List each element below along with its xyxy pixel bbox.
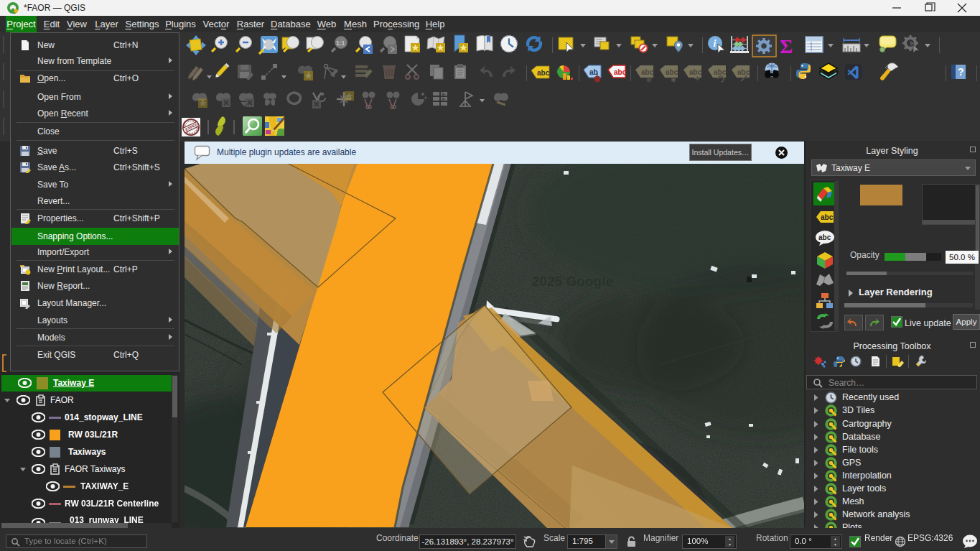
svg-text:2025 Google: 2025 Google [532, 274, 613, 289]
svg-text:i: i [714, 38, 717, 49]
svg-text:Σ: Σ [780, 35, 793, 57]
svg-text:1:1: 1:1 [336, 40, 345, 47]
svg-text:abc: abc [821, 213, 834, 221]
svg-text:?: ? [958, 66, 964, 78]
svg-text:abc: abc [614, 68, 627, 76]
svg-text:abc: abc [818, 233, 831, 241]
svg-text:ab: ab [589, 68, 598, 76]
